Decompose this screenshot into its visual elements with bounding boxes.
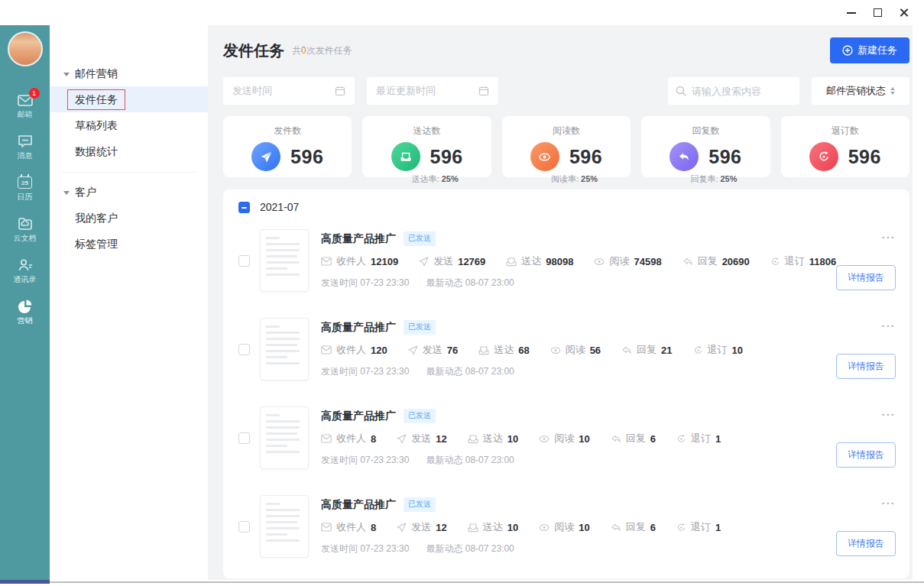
- sidebar-item-statistics[interactable]: 数据统计: [50, 138, 208, 164]
- task-row: 高质量产品推广 已发送 收件人8 发送12 送达10 阅读10 回复6 退订1 …: [235, 393, 897, 482]
- stat-card-sent-count: 发件数 596: [223, 116, 352, 177]
- page-title: 发件任务: [223, 40, 284, 61]
- sidebar-item-drafts[interactable]: 草稿列表: [50, 112, 208, 138]
- stat-replied: 回复6: [611, 432, 656, 445]
- eye-icon: [539, 523, 550, 532]
- cloud-doc-icon: [17, 216, 34, 231]
- task-stats: 收件人12109 发送12769 送达98098 阅读74598 回复20690…: [321, 254, 818, 268]
- task-thumbnail[interactable]: [260, 229, 309, 292]
- stat-delivered: 送达98098: [506, 254, 573, 268]
- reply-icon: [611, 523, 621, 532]
- task-checkbox[interactable]: [238, 255, 250, 267]
- status-filter-select[interactable]: 邮件营销状态: [812, 77, 909, 105]
- new-task-button[interactable]: 新建任务: [830, 37, 909, 63]
- unsubscribe-icon: [693, 345, 703, 355]
- stat-read: 阅读10: [539, 520, 589, 534]
- sidebar-item-my-customers[interactable]: 我的客户: [50, 205, 208, 231]
- search-icon: [676, 86, 686, 96]
- rail-item-mailbox[interactable]: 1 邮箱: [17, 92, 34, 118]
- task-checkbox[interactable]: [238, 344, 250, 355]
- envelope-icon: [321, 523, 332, 532]
- rail-item-calendar[interactable]: 25 日历: [17, 175, 34, 201]
- stat-read: 阅读74598: [594, 254, 661, 268]
- task-thumbnail[interactable]: [260, 495, 309, 558]
- group-header: 2021-07: [235, 201, 897, 213]
- rail-item-messages[interactable]: 消息: [17, 134, 34, 160]
- task-title: 高质量产品推广: [321, 410, 396, 423]
- plus-circle-icon: [842, 45, 853, 56]
- more-actions-button[interactable]: ...: [881, 231, 896, 238]
- rail-item-cloud-docs[interactable]: 云文档: [14, 216, 37, 242]
- right-scroll-gutter: [913, 25, 924, 580]
- task-row: 高质量产品推广 已发送 收件人8 发送12 送达10 阅读10 回复6 退订1 …: [235, 482, 897, 571]
- stat-recipients: 收件人8: [321, 432, 376, 445]
- eye-icon: [530, 142, 559, 171]
- close-icon: [899, 8, 909, 18]
- search-input[interactable]: [692, 86, 792, 97]
- stat-unsubscribed: 退订10: [693, 343, 743, 357]
- annotation-red-box: 发件任务: [67, 89, 125, 110]
- send-time-picker[interactable]: 发送时间: [223, 77, 355, 105]
- stat-sent: 发送76: [408, 343, 458, 357]
- more-actions-button[interactable]: ...: [881, 319, 896, 327]
- unsubscribe-icon: [809, 142, 838, 171]
- send-plane-icon: [397, 523, 407, 533]
- close-button[interactable]: [890, 3, 916, 23]
- envelope-icon: [321, 345, 332, 355]
- unsubscribe-icon: [770, 257, 780, 267]
- stat-delivered: 送达10: [468, 432, 518, 445]
- scrollbar-thumb[interactable]: [0, 580, 50, 584]
- app-window: 1 邮箱 消息 25 日历 云文档: [0, 0, 924, 586]
- task-checkbox[interactable]: [238, 521, 250, 533]
- stat-replied: 回复21: [621, 343, 672, 357]
- sidebar-group-email-marketing[interactable]: 邮件营销: [50, 62, 208, 86]
- sidebar-item-send-tasks[interactable]: 发件任务: [50, 86, 208, 112]
- minimize-button[interactable]: [838, 3, 864, 23]
- rail-item-marketing[interactable]: 营销: [17, 299, 34, 325]
- message-icon: [17, 134, 34, 149]
- filter-row: 发送时间 最近更新时间 邮件营销状态: [223, 77, 909, 105]
- task-list-card: 2021-07 高质量产品推广 已发送 收件人12109 发送12769: [223, 189, 909, 578]
- status-badge: 已发送: [404, 409, 436, 423]
- stat-recipients: 收件人12109: [321, 254, 398, 268]
- avatar[interactable]: [8, 31, 43, 66]
- stat-card-replied: 回复数 596 回复率:25%: [641, 116, 770, 177]
- more-actions-button[interactable]: ...: [881, 497, 896, 504]
- detail-report-button[interactable]: 详情报告: [836, 442, 896, 468]
- menu-sidebar: 邮件营销 发件任务 草稿列表 数据统计 客户 我的客户 标签管理: [50, 25, 208, 580]
- scrollbar-track[interactable]: [0, 581, 924, 583]
- detail-report-button[interactable]: 详情报告: [836, 265, 896, 290]
- main-content: 发件任务 共0次发件任务 新建任务 发送时间 最近更新时间: [208, 25, 913, 580]
- minimize-icon: [847, 12, 856, 14]
- unread-badge: 1: [29, 88, 40, 99]
- task-row: 高质量产品推广 已发送 收件人12109 发送12769 送达98098 阅读7…: [235, 216, 897, 305]
- send-plane-icon: [408, 345, 418, 355]
- detail-report-button[interactable]: 详情报告: [836, 531, 896, 556]
- update-time-picker[interactable]: 最近更新时间: [367, 77, 498, 105]
- stats-row: 发件数 596 送达数 596: [223, 116, 909, 177]
- stat-recipients: 收件人8: [321, 520, 376, 534]
- stat-read: 阅读56: [550, 343, 601, 357]
- sidebar-group-customers[interactable]: 客户: [50, 180, 208, 205]
- stat-delivered: 送达68: [478, 343, 529, 357]
- more-actions-button[interactable]: ...: [881, 408, 896, 416]
- task-thumbnail[interactable]: [260, 318, 309, 380]
- rail-item-contacts[interactable]: 通讯录: [14, 257, 37, 283]
- calendar-icon: [335, 86, 345, 96]
- task-checkbox[interactable]: [238, 432, 250, 444]
- envelope-icon: [321, 434, 332, 443]
- stat-delivered: 送达10: [468, 520, 518, 534]
- maximize-button[interactable]: [864, 3, 890, 23]
- horizontal-scrollbar: [0, 580, 924, 586]
- task-title: 高质量产品推广: [321, 498, 396, 512]
- read-rate: 阅读率:25%: [551, 173, 598, 185]
- task-body: 高质量产品推广 已发送 收件人120 发送76 送达68 阅读56 回复21 退…: [321, 320, 818, 378]
- group-checkbox[interactable]: [238, 202, 250, 213]
- detail-report-button[interactable]: 详情报告: [836, 354, 896, 379]
- task-body: 高质量产品推广 已发送 收件人8 发送12 送达10 阅读10 回复6 退订1 …: [321, 497, 818, 555]
- task-times: 发送时间 07-23 23:30最新动态 08-07 23:00: [321, 542, 818, 555]
- send-icon: [251, 142, 280, 171]
- sidebar-item-tag-management[interactable]: 标签管理: [50, 231, 208, 257]
- stat-recipients: 收件人120: [321, 343, 387, 357]
- task-thumbnail[interactable]: [260, 406, 309, 469]
